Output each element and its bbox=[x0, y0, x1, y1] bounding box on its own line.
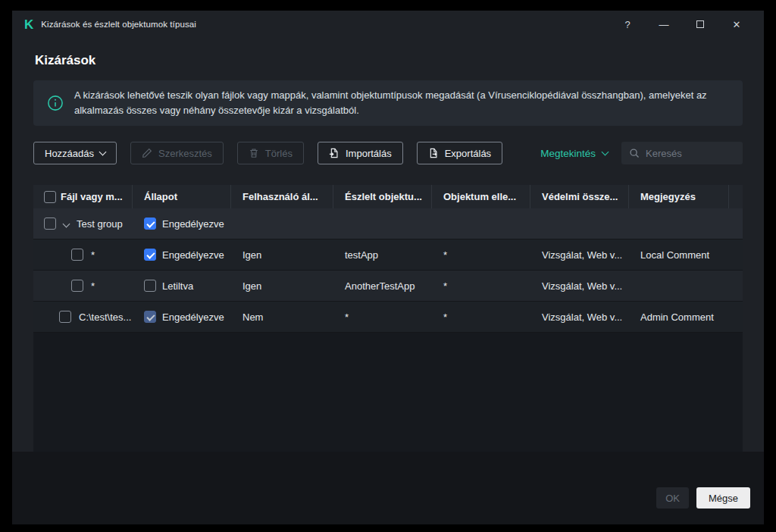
add-button-label: Hozzáadás bbox=[45, 148, 94, 159]
comment-cell: Local Comment bbox=[629, 239, 729, 270]
column-header-user[interactable]: Felhasználó ál... bbox=[231, 185, 333, 208]
column-header-status[interactable]: Állapot bbox=[133, 185, 231, 208]
comment-cell bbox=[629, 271, 729, 301]
chevron-down-icon bbox=[99, 148, 107, 155]
object-check-cell: * bbox=[432, 271, 530, 301]
status-checkbox[interactable] bbox=[144, 280, 156, 292]
maximize-button[interactable] bbox=[682, 11, 718, 38]
search-input[interactable] bbox=[646, 148, 735, 159]
status-checkbox[interactable] bbox=[144, 217, 156, 230]
status-label: Engedélyezve bbox=[162, 218, 224, 230]
row-checkbox[interactable] bbox=[71, 249, 83, 261]
info-banner: A kizárások lehetővé teszik olyan fájlok… bbox=[33, 80, 743, 126]
delete-button-label: Törlés bbox=[265, 148, 293, 159]
column-header-protection[interactable]: Védelmi össze... bbox=[530, 185, 629, 208]
info-banner-text: A kizárások lehetővé teszik olyan fájlok… bbox=[74, 88, 729, 118]
column-header-filler bbox=[729, 185, 743, 208]
exclusions-table: Fájl vagy m... Állapot Felhasználó ál...… bbox=[33, 185, 743, 452]
row-checkbox[interactable] bbox=[71, 280, 83, 292]
pencil-icon bbox=[142, 148, 152, 158]
file-cell: * bbox=[91, 280, 95, 292]
table-header: Fájl vagy m... Állapot Felhasználó ál...… bbox=[33, 185, 743, 208]
row-checkbox[interactable] bbox=[44, 217, 56, 230]
add-button[interactable]: Hozzáadás bbox=[33, 142, 117, 164]
window-controls: ? — ✕ bbox=[609, 11, 755, 38]
object-cell: * bbox=[333, 302, 432, 332]
delete-button[interactable]: Törlés bbox=[237, 142, 304, 164]
edit-button-label: Szerkesztés bbox=[158, 148, 212, 159]
user-cell: Igen bbox=[231, 271, 333, 301]
window-title: Kizárások és észlelt objektumok típusai bbox=[41, 20, 196, 29]
select-all-checkbox[interactable] bbox=[44, 191, 56, 203]
view-menu[interactable]: Megtekintés bbox=[540, 148, 608, 159]
title-bar: K Kizárások és észlelt objektumok típusa… bbox=[12, 11, 764, 38]
close-button[interactable]: ✕ bbox=[718, 11, 755, 38]
column-header-object[interactable]: Észlelt objektu... bbox=[333, 185, 432, 208]
file-cell: C:\test\tes... bbox=[79, 311, 131, 323]
column-header-comment[interactable]: Megjegyzés bbox=[629, 185, 729, 208]
status-label: Engedélyezve bbox=[162, 311, 224, 323]
table-row[interactable]: * Engedélyezve Igen testApp * Vizsgálat,… bbox=[33, 239, 743, 271]
import-button-label: Importálás bbox=[346, 148, 392, 159]
minimize-button[interactable]: — bbox=[646, 11, 682, 38]
table-empty-area bbox=[33, 333, 743, 452]
chevron-down-icon bbox=[602, 148, 609, 155]
dialog-window: K Kizárások és észlelt objektumok típusa… bbox=[12, 11, 764, 521]
view-menu-label: Megtekintés bbox=[540, 148, 596, 159]
help-button[interactable]: ? bbox=[609, 11, 646, 38]
object-check-cell: * bbox=[432, 302, 530, 332]
user-cell: Nem bbox=[231, 302, 333, 332]
dialog-footer: OK Mégse bbox=[12, 452, 764, 524]
table-row-group[interactable]: Test group Engedélyezve bbox=[33, 208, 743, 239]
row-checkbox[interactable] bbox=[59, 311, 71, 323]
export-button-label: Exportálás bbox=[445, 148, 491, 159]
table-row[interactable]: C:\test\tes... Engedélyezve Nem * * Vizs… bbox=[33, 302, 743, 333]
trash-icon bbox=[249, 148, 259, 158]
column-header-file[interactable]: Fájl vagy m... bbox=[61, 191, 123, 202]
import-icon bbox=[329, 148, 340, 158]
search-icon bbox=[629, 148, 640, 158]
column-header-object-check[interactable]: Objektum elle... bbox=[432, 185, 530, 208]
protection-cell: Vizsgálat, Web v... bbox=[530, 239, 629, 270]
export-button[interactable]: Exportálás bbox=[417, 142, 502, 164]
user-cell: Igen bbox=[231, 239, 333, 270]
toolbar: Hozzáadás Szerkesztés Törlés Importálás … bbox=[33, 142, 743, 164]
maximize-icon bbox=[696, 20, 704, 28]
protection-cell: Vizsgálat, Web v... bbox=[530, 271, 629, 301]
search-box[interactable] bbox=[621, 142, 743, 164]
export-icon bbox=[428, 148, 439, 158]
protection-cell: Vizsgálat, Web v... bbox=[530, 302, 629, 332]
kaspersky-logo-icon: K bbox=[24, 18, 33, 31]
object-check-cell: * bbox=[432, 239, 530, 270]
file-cell: * bbox=[91, 249, 95, 261]
group-name: Test group bbox=[77, 218, 123, 230]
dialog-content: Kizárások A kizárások lehetővé teszik ol… bbox=[12, 38, 764, 452]
info-icon bbox=[47, 95, 64, 111]
table-row[interactable]: * Letiltva Igen AnotherTestApp * Vizsgál… bbox=[33, 271, 743, 302]
status-checkbox[interactable] bbox=[144, 311, 156, 323]
edit-button[interactable]: Szerkesztés bbox=[130, 142, 224, 164]
object-cell: testApp bbox=[333, 239, 432, 270]
status-label: Engedélyezve bbox=[162, 249, 224, 261]
status-checkbox[interactable] bbox=[144, 249, 156, 261]
chevron-down-icon[interactable] bbox=[63, 220, 70, 227]
cancel-button[interactable]: Mégse bbox=[696, 487, 750, 509]
object-cell: AnotherTestApp bbox=[333, 271, 432, 301]
ok-button[interactable]: OK bbox=[656, 487, 689, 509]
import-button[interactable]: Importálás bbox=[318, 142, 403, 164]
status-label: Letiltva bbox=[162, 280, 193, 292]
page-title: Kizárások bbox=[35, 53, 741, 68]
comment-cell: Admin Comment bbox=[629, 302, 729, 332]
